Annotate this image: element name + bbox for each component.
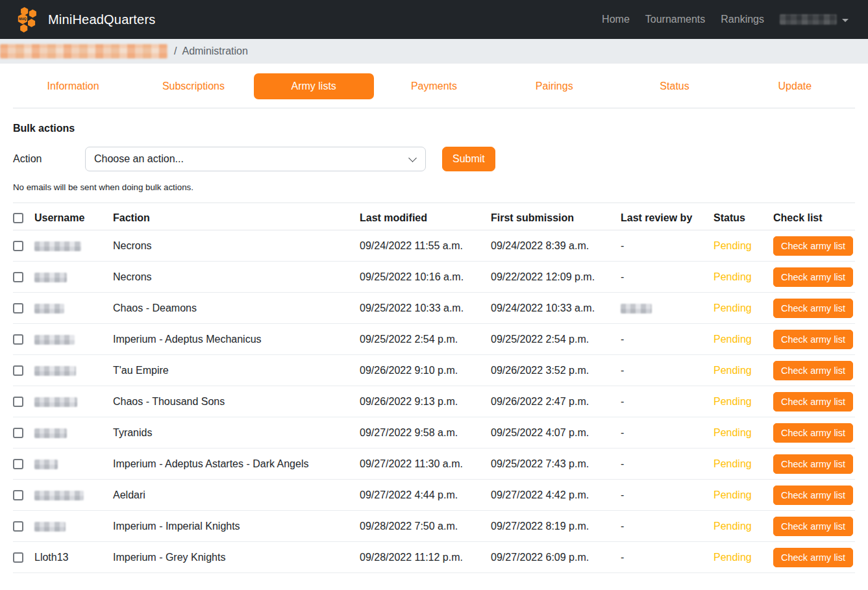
last-modified-cell: 09/24/2022 11:55 a.m. — [360, 240, 491, 252]
table-row: Imperium - Adeptus Mechanicus 09/25/2022… — [13, 324, 855, 355]
last-modified-cell: 09/25/2022 2:54 p.m. — [360, 334, 491, 345]
last-review-by-cell: - — [621, 334, 713, 345]
table-row: Imperium - Adeptus Astartes - Dark Angel… — [13, 449, 855, 480]
status-badge: Pending — [713, 334, 773, 345]
tab-status[interactable]: Status — [614, 73, 734, 99]
check-army-list-button[interactable]: Check army list — [773, 299, 853, 318]
last-review-by-cell: - — [621, 552, 713, 563]
check-army-list-button[interactable]: Check army list — [773, 486, 853, 505]
navbar-link-home[interactable]: Home — [595, 8, 636, 31]
table-row: Chaos - Deamons 09/25/2022 10:33 a.m. 09… — [13, 293, 855, 324]
username-cell — [34, 458, 113, 470]
status-badge: Pending — [713, 458, 773, 470]
breadcrumb-separator: / — [174, 45, 177, 57]
last-review-by-cell: - — [621, 521, 713, 532]
tab-pairings[interactable]: Pairings — [494, 73, 614, 99]
breadcrumb: / Administration — [0, 39, 868, 64]
tab-payments[interactable]: Payments — [374, 73, 494, 99]
last-modified-cell: 09/25/2022 10:33 a.m. — [360, 302, 491, 314]
first-submission-cell: 09/24/2022 10:33 a.m. — [491, 302, 621, 314]
row-checkbox[interactable] — [13, 552, 23, 563]
row-checkbox[interactable] — [13, 521, 23, 532]
tab-update[interactable]: Update — [735, 73, 855, 99]
check-army-list-button[interactable]: Check army list — [773, 392, 853, 412]
navbar-link-tournaments[interactable]: Tournaments — [639, 8, 712, 31]
faction-cell: Imperium - Adeptus Mechanicus — [113, 334, 360, 345]
username-cell: Lloth13 — [34, 552, 113, 563]
check-army-list-button[interactable]: Check army list — [773, 423, 853, 443]
faction-cell: Imperium - Adeptus Astartes - Dark Angel… — [113, 458, 360, 470]
mhq-hexagon-logo-icon: MHQ — [16, 6, 42, 33]
table-row: Aeldari 09/27/2022 4:44 p.m. 09/27/2022 … — [13, 480, 855, 511]
brand-title[interactable]: MiniHeadQuarters — [48, 12, 156, 27]
redacted-text — [621, 304, 652, 313]
row-checkbox[interactable] — [13, 303, 23, 313]
username-cell — [34, 240, 113, 252]
row-checkbox[interactable] — [13, 272, 23, 282]
last-review-by-cell: - — [621, 271, 713, 283]
col-last-modified: Last modified — [360, 212, 491, 224]
user-menu[interactable] — [773, 9, 852, 30]
faction-cell: Necrons — [113, 271, 360, 283]
status-badge: Pending — [713, 489, 773, 501]
redacted-text — [34, 491, 84, 500]
submit-button[interactable]: Submit — [442, 147, 495, 171]
first-submission-cell: 09/24/2022 8:39 a.m. — [491, 240, 621, 252]
redacted-text — [34, 460, 58, 469]
faction-cell: Necrons — [113, 240, 360, 252]
last-review-by-cell: - — [621, 240, 713, 252]
col-username: Username — [34, 212, 113, 224]
action-label: Action — [13, 153, 85, 165]
row-checkbox[interactable] — [13, 241, 23, 251]
username-cell — [34, 302, 113, 314]
check-army-list-button[interactable]: Check army list — [773, 236, 853, 256]
username-cell — [34, 365, 113, 376]
brand-home-link[interactable]: MHQ MiniHeadQuarters — [16, 6, 156, 33]
redacted-text — [34, 522, 66, 532]
check-army-list-button[interactable]: Check army list — [773, 330, 853, 349]
check-army-list-button[interactable]: Check army list — [773, 361, 853, 380]
breadcrumb-tournament-link-redacted[interactable] — [0, 44, 167, 58]
redacted-text — [34, 366, 76, 376]
status-badge: Pending — [713, 552, 773, 563]
first-submission-cell: 09/25/2022 4:07 p.m. — [491, 427, 621, 439]
status-badge: Pending — [713, 240, 773, 252]
row-checkbox[interactable] — [13, 490, 23, 500]
status-badge: Pending — [713, 365, 773, 376]
row-checkbox[interactable] — [13, 365, 23, 376]
row-checkbox[interactable] — [13, 397, 23, 407]
select-all-checkbox[interactable] — [13, 213, 23, 223]
username-redacted — [780, 14, 837, 25]
row-checkbox[interactable] — [13, 459, 23, 469]
action-select[interactable]: Choose an action... — [85, 147, 426, 171]
last-modified-cell: 09/28/2022 11:12 p.m. — [360, 552, 491, 563]
first-submission-cell: 09/25/2022 2:54 p.m. — [491, 334, 621, 345]
tab-information[interactable]: Information — [13, 73, 133, 99]
first-submission-cell: 09/27/2022 4:42 p.m. — [491, 489, 621, 501]
breadcrumb-current: Administration — [182, 45, 247, 57]
tab-army-lists[interactable]: Army lists — [254, 73, 374, 99]
check-army-list-button[interactable]: Check army list — [773, 517, 853, 536]
table-row: T'au Empire 09/26/2022 9:10 p.m. 09/26/2… — [13, 355, 855, 386]
username-cell — [34, 489, 113, 501]
faction-cell: Tyranids — [113, 427, 360, 439]
check-army-list-button[interactable]: Check army list — [773, 267, 853, 287]
row-checkbox[interactable] — [13, 334, 23, 345]
status-badge: Pending — [713, 521, 773, 532]
action-select-value: Choose an action... — [94, 153, 184, 165]
last-modified-cell: 09/26/2022 9:10 p.m. — [360, 365, 491, 376]
redacted-text — [34, 428, 67, 438]
bulk-actions-heading: Bulk actions — [13, 123, 855, 134]
last-review-by-cell: - — [621, 427, 713, 439]
last-modified-cell: 09/26/2022 9:13 p.m. — [360, 396, 491, 408]
navbar-link-rankings[interactable]: Rankings — [714, 8, 771, 31]
last-review-by-cell: - — [621, 489, 713, 501]
check-army-list-button[interactable]: Check army list — [773, 454, 853, 474]
check-army-list-button[interactable]: Check army list — [773, 548, 853, 567]
bulk-actions-section: Bulk actions Action Choose an action... … — [0, 108, 868, 192]
last-review-by-cell: - — [621, 365, 713, 376]
row-checkbox[interactable] — [13, 428, 23, 438]
tab-subscriptions[interactable]: Subscriptions — [133, 73, 253, 99]
last-modified-cell: 09/27/2022 9:58 a.m. — [360, 427, 491, 439]
logo-mhq-text: MHQ — [19, 17, 27, 21]
